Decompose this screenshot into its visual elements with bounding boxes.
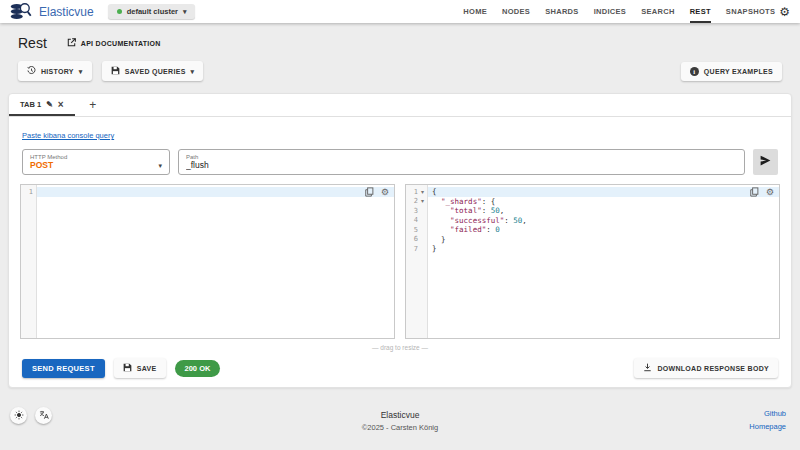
save-button-label: SAVE (137, 365, 157, 372)
topbar-nav: HOMENODESSHARDSINDICESSEARCHRESTSNAPSHOT… (463, 0, 775, 23)
chevron-down-icon: ▾ (191, 68, 195, 75)
nav-search[interactable]: SEARCH (641, 0, 674, 23)
settings-gear-icon[interactable]: ⚙ (779, 6, 790, 18)
main-content: Rest API DOCUMENTATION (0, 23, 800, 396)
actions-row: SEND REQUEST SAVE 200 OK (22, 358, 778, 378)
api-documentation-label: API DOCUMENTATION (81, 40, 161, 47)
api-documentation-link[interactable]: API DOCUMENTATION (67, 38, 161, 48)
footer-app-name: Elasticvue (0, 410, 800, 420)
save-disk-icon (123, 363, 132, 373)
path-field: Path (178, 149, 745, 175)
brand-title: Elasticvue (39, 5, 94, 19)
language-toggle-button[interactable] (35, 407, 52, 424)
rest-card: TAB 1 ✎ × + Paste kibana console query H… (8, 93, 792, 388)
paste-kibana-query-link[interactable]: Paste kibana console query (22, 131, 114, 140)
sun-icon (14, 408, 24, 423)
fold-arrow-icon[interactable]: ▾ (418, 189, 427, 195)
download-response-label: DOWNLOAD RESPONSE BODY (657, 365, 769, 372)
footer-copyright: ©2025 - Carsten König (0, 423, 800, 432)
nav-nodes[interactable]: NODES (502, 0, 530, 23)
save-disk-icon (111, 66, 120, 76)
nav-home[interactable]: HOME (463, 0, 487, 23)
new-tab-button[interactable]: + (75, 94, 111, 116)
query-examples-button-label: QUERY EXAMPLES (704, 68, 773, 75)
request-editor-gutter: 1 (21, 185, 37, 338)
history-button-label: HISTORY (41, 68, 74, 75)
http-method-value: POST (30, 160, 53, 170)
editors-row: 1 ⚙ 1▾2▾3 (20, 184, 780, 339)
response-body-editor[interactable]: 1▾2▾34567 { "_shards": { "total": 50, "s… (405, 184, 780, 339)
save-button[interactable]: SAVE (114, 358, 166, 378)
response-editor-gutter: 1▾2▾34567 (406, 185, 428, 338)
topbar: Elasticvue default cluster ▾ HOMENODESSH… (0, 0, 800, 23)
cluster-selector-label: default cluster (127, 7, 178, 16)
editor-settings-gear-icon[interactable]: ⚙ (381, 188, 389, 197)
card-body: Paste kibana console query HTTP Method P… (9, 117, 791, 387)
page-head: Rest API DOCUMENTATION (18, 35, 782, 51)
response-status-badge: 200 OK (175, 360, 221, 377)
nav-snapshots[interactable]: SNAPSHOTS (726, 0, 775, 23)
response-editor-actions: ⚙ (750, 187, 774, 197)
download-icon (643, 363, 652, 373)
close-tab-icon[interactable]: × (58, 99, 64, 110)
info-icon: i (690, 67, 699, 76)
request-editor-actions: ⚙ (365, 187, 389, 197)
theme-toggle-button[interactable] (10, 407, 27, 424)
saved-queries-button[interactable]: SAVED QUERIES ▾ (102, 61, 204, 81)
send-arrow-icon (759, 154, 772, 170)
elasticvue-logo-icon (10, 2, 32, 21)
nav-shards[interactable]: SHARDS (545, 0, 578, 23)
request-editor-code[interactable] (37, 185, 394, 338)
editor-settings-gear-icon[interactable]: ⚙ (766, 188, 774, 197)
edit-pencil-icon[interactable]: ✎ (46, 100, 53, 109)
toolbar: HISTORY ▾ SAVED QUERIES ▾ i QUERY EXAMPL… (18, 61, 782, 81)
nav-indices[interactable]: INDICES (594, 0, 627, 23)
query-examples-button[interactable]: i QUERY EXAMPLES (681, 62, 782, 81)
send-request-icon-button[interactable] (753, 149, 778, 175)
http-method-select[interactable]: HTTP Method POST ▾ (22, 149, 170, 175)
copy-icon[interactable] (365, 187, 374, 197)
history-button[interactable]: HISTORY ▾ (18, 61, 92, 81)
response-editor-code[interactable]: { "_shards": { "total": 50, "successful"… (428, 185, 779, 338)
external-link-icon (67, 38, 76, 48)
floating-buttons (10, 407, 52, 424)
chevron-down-icon: ▾ (183, 8, 187, 15)
tab-1-label: TAB 1 (20, 100, 41, 109)
copy-icon[interactable] (750, 187, 759, 197)
fold-arrow-icon[interactable]: ▾ (418, 198, 427, 204)
history-clock-icon (27, 66, 36, 76)
homepage-link[interactable]: Homepage (749, 422, 786, 431)
download-response-button[interactable]: DOWNLOAD RESPONSE BODY (634, 358, 778, 378)
footer-links: Github Homepage (749, 409, 786, 431)
chevron-down-icon: ▾ (79, 68, 83, 75)
cluster-status-dot (117, 9, 122, 14)
footer-center: Elasticvue ©2025 - Carsten König (0, 410, 800, 432)
drag-to-resize-handle[interactable]: — drag to resize — (16, 344, 784, 351)
nav-rest[interactable]: REST (690, 0, 711, 23)
github-link[interactable]: Github (764, 409, 786, 418)
app: Elasticvue default cluster ▾ HOMENODESSH… (0, 0, 800, 450)
tab-bar: TAB 1 ✎ × + (9, 94, 791, 117)
cluster-selector[interactable]: default cluster ▾ (108, 4, 196, 19)
saved-queries-button-label: SAVED QUERIES (125, 68, 186, 75)
chevron-down-icon: ▾ (158, 162, 162, 169)
request-body-editor[interactable]: 1 ⚙ (20, 184, 395, 339)
page-title: Rest (18, 35, 47, 51)
footer: Elasticvue ©2025 - Carsten König Github … (0, 396, 800, 450)
tab-1[interactable]: TAB 1 ✎ × (9, 94, 75, 116)
send-request-button[interactable]: SEND REQUEST (22, 359, 105, 378)
path-input[interactable] (186, 160, 737, 170)
translate-icon (39, 408, 49, 423)
request-row: HTTP Method POST ▾ Path (22, 149, 778, 175)
